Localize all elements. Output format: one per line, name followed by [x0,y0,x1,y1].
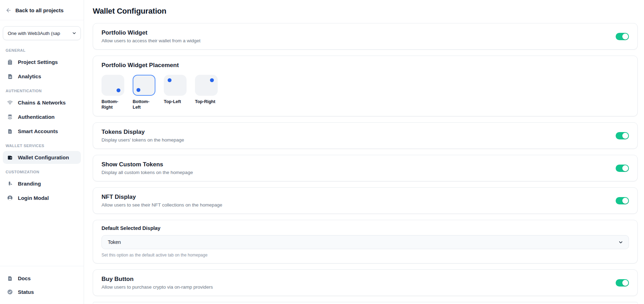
chevron-down-icon [72,31,77,36]
chart-doc-icon [7,73,13,80]
placement-label: Bottom-Right [102,99,125,110]
placement-dot-icon [168,78,172,82]
brush-icon [7,180,13,187]
placement-tile [164,75,187,96]
sidebar-item-label: Smart Accounts [18,128,58,134]
card-title: Portfolio Widget [102,29,201,36]
card-description: Allow users to purchase crypto via on-ra… [102,284,213,290]
database-icon [7,114,13,120]
wifi-icon [7,99,13,106]
buy-button-toggle[interactable] [616,279,629,287]
sidebar-item-label: Status [18,289,34,295]
main-content: Wallet Configuration Portfolio Widget Al… [84,0,644,304]
toggle-knob [622,133,628,139]
card-description: Allow users to see their NFT collections… [102,202,222,208]
sidebar-item-status[interactable]: Status [3,285,81,298]
placement-tile [195,75,218,96]
tokens-display-toggle[interactable] [616,132,629,139]
toggle-knob [622,198,628,204]
placement-option-bottom-left[interactable]: Bottom-Left [133,75,156,110]
page-title: Wallet Configuration [93,7,638,16]
sidebar-item-label: Wallet Configuration [18,154,69,160]
user-circle-icon [7,195,13,201]
nft-display-card: NFT Display Allow users to see their NFT… [93,187,638,214]
tokens-display-card: Tokens Display Display users' tokens on … [93,122,638,149]
sidebar-item-label: Docs [18,275,31,281]
card-title: Portfolio Widget Placement [102,62,629,69]
show-custom-tokens-card: Show Custom Tokens Display all custom to… [93,155,638,181]
nft-display-toggle[interactable] [616,197,629,204]
card-title: Tokens Display [102,129,184,136]
next-card-partial [93,302,638,304]
file-icon [7,128,13,135]
sidebar-item-label: Branding [18,181,41,187]
field-helper-text: Set this option as the default active ta… [102,253,629,258]
toggle-knob [622,34,628,39]
sidebar-item-smart-accounts[interactable]: Smart Accounts [3,125,81,138]
project-selector-value: One with Web3Auth (sap [8,31,66,36]
section-label-general: GENERAL [0,43,84,55]
placement-dot-icon [210,78,214,82]
card-title: Show Custom Tokens [102,161,193,168]
placement-dot-icon [117,88,120,92]
placement-tile [102,75,124,96]
clipboard-icon [7,59,13,65]
sidebar-item-label: Chains & Networks [18,100,66,106]
sidebar-item-label: Authentication [18,114,55,120]
portfolio-widget-placement-card: Portfolio Widget Placement Bottom-Right … [93,56,638,116]
sidebar-item-label: Project Settings [18,59,58,65]
sidebar-divider [0,20,84,20]
toggle-knob [622,165,628,171]
field-label: Default Selected Display [102,225,629,231]
card-description: Display all custom tokens on the homepag… [102,170,193,175]
placement-label: Top-Left [164,99,187,104]
back-label: Back to all projects [15,7,64,13]
section-label-authentication: AUTHENTICATION [0,84,84,95]
placement-options: Bottom-Right Bottom-Left Top-Left Top-Ri… [102,75,629,110]
back-to-projects-link[interactable]: Back to all projects [0,0,84,20]
placement-option-top-left[interactable]: Top-Left [164,75,187,110]
sidebar-item-branding[interactable]: Branding [3,177,81,190]
sidebar-item-label: Login Modal [18,195,49,201]
sidebar-footer: Docs Status [0,266,84,304]
back-arrow-icon [6,7,12,13]
placement-dot-icon [136,88,140,92]
card-description: Allow users to access their wallet from … [102,38,201,43]
sidebar-item-authentication[interactable]: Authentication [3,110,81,123]
placement-tile-selected [133,75,155,96]
default-display-select[interactable]: Token [102,235,629,249]
toggle-knob [622,280,628,286]
card-title: Buy Button [102,276,213,283]
placement-label: Bottom-Left [133,99,156,110]
section-label-customization: CUSTOMIZATION [0,165,84,176]
buy-button-card: Buy Button Allow users to purchase crypt… [93,269,638,296]
card-description: Display users' tokens on the homepage [102,137,184,143]
card-title: NFT Display [102,194,222,201]
show-custom-tokens-toggle[interactable] [616,165,629,172]
sidebar-item-login-modal[interactable]: Login Modal [3,191,81,204]
placement-label: Top-Right [195,99,218,104]
wallet-icon [7,154,13,161]
chevron-down-icon [618,240,623,245]
placement-option-top-right[interactable]: Top-Right [195,75,218,110]
placement-option-bottom-right[interactable]: Bottom-Right [102,75,125,110]
sidebar: Back to all projects One with Web3Auth (… [0,0,84,304]
portfolio-widget-toggle[interactable] [616,33,629,40]
section-label-wallet-services: WALLET SERVICES [0,138,84,150]
sidebar-item-analytics[interactable]: Analytics [3,70,81,83]
check-circle-icon [7,289,13,295]
sidebar-item-project-settings[interactable]: Project Settings [3,56,81,68]
select-value: Token [108,239,121,245]
doc-icon [7,275,13,282]
sidebar-item-docs[interactable]: Docs [3,272,81,285]
sidebar-item-chains-networks[interactable]: Chains & Networks [3,96,81,109]
sidebar-item-wallet-configuration[interactable]: Wallet Configuration [3,151,81,164]
sidebar-item-label: Analytics [18,73,41,79]
project-selector[interactable]: One with Web3Auth (sap [3,26,81,40]
portfolio-widget-card: Portfolio Widget Allow users to access t… [93,23,638,50]
default-selected-display-card: Default Selected Display Token Set this … [93,220,638,263]
